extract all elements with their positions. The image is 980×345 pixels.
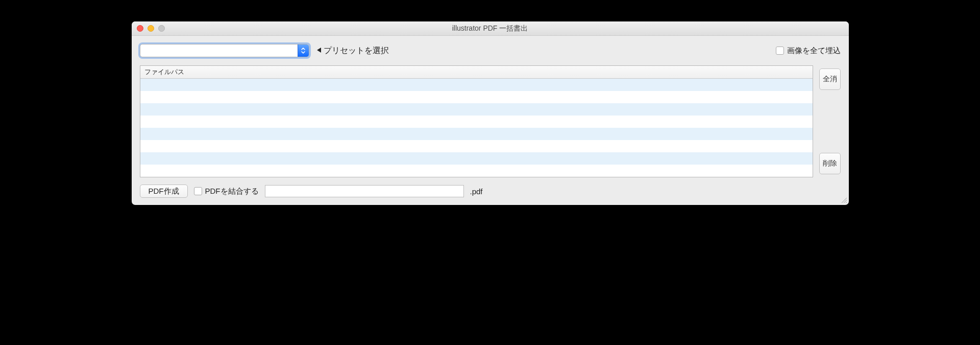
clear-all-button[interactable]: 全消 <box>819 68 841 90</box>
side-buttons: 全消 削除 <box>819 65 841 177</box>
dialog-window: illustrator PDF 一括書出 プリセットを選択 <box>132 21 849 205</box>
checkbox-icon <box>194 187 202 195</box>
table-row[interactable] <box>140 165 813 177</box>
checkbox-icon <box>776 47 784 55</box>
merge-pdf-label: PDFを結合する <box>205 187 259 196</box>
table-row[interactable] <box>140 103 813 116</box>
file-list-header: ファイルパス <box>140 66 813 79</box>
table-row[interactable] <box>140 79 813 91</box>
file-list[interactable]: ファイルパス <box>140 65 813 177</box>
triangle-left-icon <box>316 46 322 55</box>
file-list-rows <box>140 79 813 177</box>
maximize-button <box>158 25 165 32</box>
embed-images-label: 画像を全て埋込 <box>787 46 841 56</box>
traffic-lights <box>132 25 165 32</box>
extension-label: .pdf <box>470 187 483 196</box>
merge-pdf-checkbox[interactable]: PDFを結合する <box>194 187 259 196</box>
content-area: プリセットを選択 画像を全て埋込 ファイルパス <box>132 36 849 205</box>
top-row: プリセットを選択 画像を全て埋込 <box>140 44 841 57</box>
close-button[interactable] <box>137 25 143 32</box>
table-row[interactable] <box>140 152 813 165</box>
window-title: illustrator PDF 一括書出 <box>132 24 849 33</box>
embed-images-checkbox[interactable]: 画像を全て埋込 <box>776 46 841 56</box>
table-row[interactable] <box>140 116 813 128</box>
titlebar: illustrator PDF 一括書出 <box>132 21 849 36</box>
create-pdf-button[interactable]: PDF作成 <box>140 185 188 198</box>
preset-hint-text: プリセットを選択 <box>324 45 389 56</box>
resize-grip-icon[interactable] <box>841 197 847 203</box>
table-row[interactable] <box>140 140 813 152</box>
preset-stepper-icon <box>298 44 309 57</box>
minimize-button[interactable] <box>148 25 154 32</box>
preset-select[interactable] <box>140 44 309 57</box>
table-row[interactable] <box>140 128 813 140</box>
table-row[interactable] <box>140 91 813 103</box>
preset-hint: プリセットを選択 <box>316 45 389 56</box>
bottom-row: PDF作成 PDFを結合する .pdf <box>140 185 841 198</box>
preset-value <box>140 44 298 57</box>
delete-button[interactable]: 削除 <box>819 153 841 174</box>
filename-input[interactable] <box>265 185 464 197</box>
mid-row: ファイルパス 全消 削除 <box>140 65 841 177</box>
